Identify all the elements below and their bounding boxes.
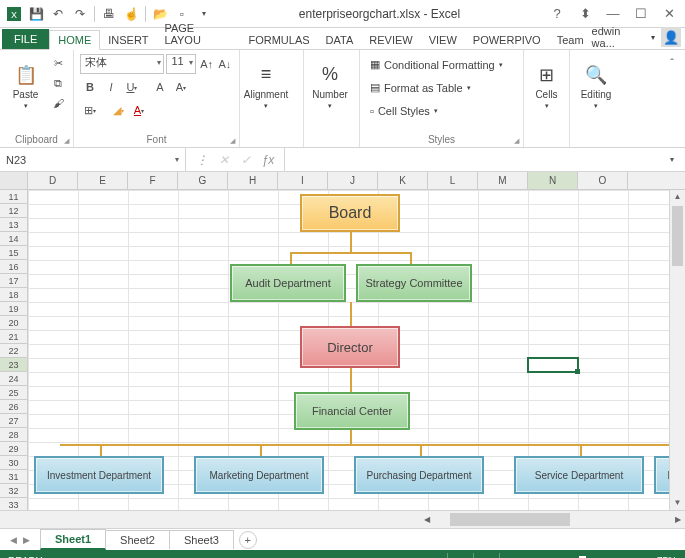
row-header-28[interactable]: 28 bbox=[0, 428, 28, 442]
copy-icon[interactable]: ⧉ bbox=[49, 74, 67, 92]
row-header-20[interactable]: 20 bbox=[0, 316, 28, 330]
italic-icon[interactable]: I bbox=[101, 77, 121, 97]
row-header-14[interactable]: 14 bbox=[0, 232, 28, 246]
font-color-icon[interactable]: A▾ bbox=[129, 100, 149, 120]
org-audit[interactable]: Audit Department bbox=[230, 264, 346, 302]
org-strategy[interactable]: Strategy Committee bbox=[356, 264, 472, 302]
row-header-26[interactable]: 26 bbox=[0, 400, 28, 414]
ribbon-options-icon[interactable]: ⬍ bbox=[573, 4, 597, 24]
row-header-21[interactable]: 21 bbox=[0, 330, 28, 344]
excel-icon[interactable]: X bbox=[4, 4, 24, 24]
row-header-32[interactable]: 32 bbox=[0, 484, 28, 498]
sheet-tab-3[interactable]: Sheet3 bbox=[169, 530, 234, 549]
conditional-formatting-button[interactable]: ▦Conditional Formatting▾ bbox=[366, 54, 517, 75]
minimize-icon[interactable]: — bbox=[601, 4, 625, 24]
col-header-E[interactable]: E bbox=[78, 172, 128, 189]
col-header-M[interactable]: M bbox=[478, 172, 528, 189]
font-name-select[interactable]: 宋体▾ bbox=[80, 54, 164, 74]
col-header-I[interactable]: I bbox=[278, 172, 328, 189]
font-size-select[interactable]: 11▾ bbox=[166, 54, 196, 74]
org-director[interactable]: Director bbox=[300, 326, 400, 368]
borders-icon[interactable]: ⊞▾ bbox=[80, 100, 100, 120]
col-header-N[interactable]: N bbox=[528, 172, 578, 189]
org-purchasing[interactable]: Purchasing Department bbox=[354, 456, 484, 494]
sheet-nav-prev-icon[interactable]: ◀ bbox=[8, 535, 19, 545]
cut-icon[interactable]: ✂ bbox=[49, 54, 67, 72]
row-header-31[interactable]: 31 bbox=[0, 470, 28, 484]
touch-icon[interactable]: ☝ bbox=[121, 4, 141, 24]
undo-icon[interactable]: ↶ bbox=[48, 4, 68, 24]
tab-home[interactable]: HOME bbox=[49, 30, 100, 50]
underline-icon[interactable]: U▾ bbox=[122, 77, 142, 97]
view-page-layout-icon[interactable]: ▤ bbox=[473, 553, 495, 558]
tab-team[interactable]: Team bbox=[549, 31, 592, 49]
view-page-break-icon[interactable]: ▭ bbox=[499, 553, 521, 558]
col-header-O[interactable]: O bbox=[578, 172, 628, 189]
tab-formulas[interactable]: FORMULAS bbox=[240, 31, 317, 49]
selected-cell[interactable] bbox=[527, 357, 579, 373]
add-sheet-button[interactable]: + bbox=[239, 531, 257, 549]
row-header-30[interactable]: 30 bbox=[0, 456, 28, 470]
save-icon[interactable]: 💾 bbox=[26, 4, 46, 24]
row-header-23[interactable]: 23 bbox=[0, 358, 28, 372]
decrease-font-icon[interactable]: A↓ bbox=[217, 55, 233, 73]
bold-icon[interactable]: B bbox=[80, 77, 100, 97]
org-investment[interactable]: Investment Department bbox=[34, 456, 164, 494]
org-marketing[interactable]: Marketing Department bbox=[194, 456, 324, 494]
org-financial[interactable]: Financial Center bbox=[294, 392, 410, 430]
org-board[interactable]: Board bbox=[300, 194, 400, 232]
row-header-15[interactable]: 15 bbox=[0, 246, 28, 260]
row-header-22[interactable]: 22 bbox=[0, 344, 28, 358]
col-header-F[interactable]: F bbox=[128, 172, 178, 189]
row-header-24[interactable]: 24 bbox=[0, 372, 28, 386]
print-icon[interactable]: 🖶 bbox=[99, 4, 119, 24]
name-box[interactable]: N23▾ bbox=[0, 148, 186, 171]
col-header-K[interactable]: K bbox=[378, 172, 428, 189]
col-header-L[interactable]: L bbox=[428, 172, 478, 189]
col-header-H[interactable]: H bbox=[228, 172, 278, 189]
row-header-11[interactable]: 11 bbox=[0, 190, 28, 204]
expand-formula-icon[interactable]: ▾ bbox=[663, 151, 681, 169]
sheet-tab-1[interactable]: Sheet1 bbox=[40, 529, 106, 550]
format-as-table-button[interactable]: ▤Format as Table▾ bbox=[366, 77, 517, 98]
font-a-icon[interactable]: A bbox=[150, 77, 170, 97]
tab-insert[interactable]: INSERT bbox=[100, 31, 156, 49]
fill-color-icon[interactable]: ◢▾ bbox=[108, 100, 128, 120]
row-header-33[interactable]: 33 bbox=[0, 498, 28, 510]
row-header-27[interactable]: 27 bbox=[0, 414, 28, 428]
increase-font-icon[interactable]: A↑ bbox=[198, 55, 214, 73]
row-header-12[interactable]: 12 bbox=[0, 204, 28, 218]
org-service[interactable]: Service Department bbox=[514, 456, 644, 494]
number-button[interactable]: % Number ▾ bbox=[310, 54, 350, 118]
alignment-button[interactable]: ≡ Alignment ▾ bbox=[246, 54, 286, 118]
editing-button[interactable]: 🔍 Editing ▾ bbox=[576, 54, 616, 118]
row-header-18[interactable]: 18 bbox=[0, 288, 28, 302]
formula-input[interactable] bbox=[285, 148, 663, 171]
row-header-25[interactable]: 25 bbox=[0, 386, 28, 400]
paste-button[interactable]: 📋 Paste ▾ bbox=[6, 54, 45, 118]
tab-powerpivot[interactable]: POWERPIVO bbox=[465, 31, 549, 49]
row-header-13[interactable]: 13 bbox=[0, 218, 28, 232]
tab-view[interactable]: VIEW bbox=[421, 31, 465, 49]
format-painter-icon[interactable]: 🖌 bbox=[49, 94, 67, 112]
col-header-J[interactable]: J bbox=[328, 172, 378, 189]
cancel-formula-icon[interactable]: ✕ bbox=[214, 150, 234, 170]
horizontal-scrollbar[interactable]: ◀ ▶ bbox=[420, 511, 685, 528]
tab-file[interactable]: FILE bbox=[2, 29, 49, 49]
help-icon[interactable]: ? bbox=[545, 4, 569, 24]
enter-formula-icon[interactable]: ✓ bbox=[236, 150, 256, 170]
view-normal-icon[interactable]: ▦ bbox=[447, 553, 469, 558]
row-header-29[interactable]: 29 bbox=[0, 442, 28, 456]
tab-data[interactable]: DATA bbox=[318, 31, 362, 49]
user-name[interactable]: edwin wa... bbox=[592, 25, 646, 49]
tab-page-layout[interactable]: PAGE LAYOU bbox=[156, 19, 240, 49]
maximize-icon[interactable]: ☐ bbox=[629, 4, 653, 24]
col-header-G[interactable]: G bbox=[178, 172, 228, 189]
user-avatar-icon[interactable]: 👤 bbox=[661, 27, 681, 47]
collapse-ribbon-icon[interactable]: ˆ bbox=[663, 54, 681, 72]
tab-review[interactable]: REVIEW bbox=[361, 31, 420, 49]
redo-icon[interactable]: ↷ bbox=[70, 4, 90, 24]
row-header-16[interactable]: 16 bbox=[0, 260, 28, 274]
cells-button[interactable]: ⊞ Cells ▾ bbox=[530, 54, 563, 118]
cell-styles-button[interactable]: ▫Cell Styles▾ bbox=[366, 100, 517, 121]
